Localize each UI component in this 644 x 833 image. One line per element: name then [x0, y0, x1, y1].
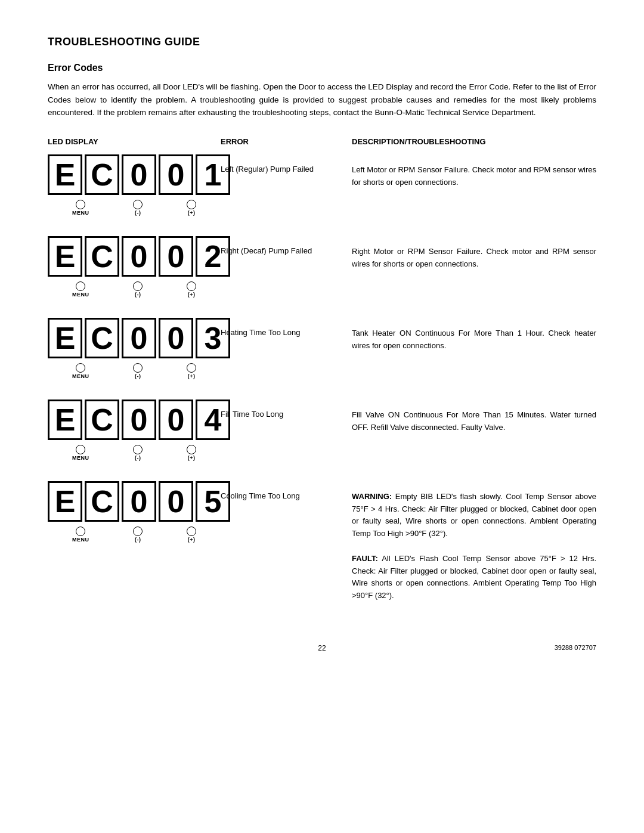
btn-menu-005[interactable]: MENU [72, 527, 89, 543]
led-buttons-003: MENU (-) (+) [48, 363, 221, 379]
btn-minus-005[interactable]: (-) [133, 527, 143, 543]
led-display-005: E C 0 0 5 MENU (-) (+) [48, 481, 221, 543]
fault-text: All LED's Flash Cool Temp Sensor above 7… [352, 554, 596, 600]
led-char-c2: C [85, 236, 119, 277]
error-label-003: Heating Time Too Long [221, 318, 352, 338]
led-display-001: E C 0 0 1 MENU (-) (+) [48, 154, 221, 216]
btn-label-plus-002: (+) [188, 292, 196, 298]
btn-minus-004[interactable]: (-) [133, 445, 143, 461]
led-char-0j: 0 [159, 481, 193, 522]
btn-label-minus-001: (-) [135, 210, 141, 216]
led-buttons-001: MENU (-) (+) [48, 200, 221, 216]
led-char-e3: E [48, 318, 82, 358]
btn-circle-minus-001[interactable] [133, 200, 143, 209]
led-char-0e: 0 [122, 318, 156, 358]
btn-label-minus-005: (-) [135, 537, 141, 543]
desc-005-warning: WARNING: Empty BIB LED's flash slowly. C… [352, 481, 596, 602]
desc-001: Left Motor or RPM Sensor Failure. Check … [352, 154, 596, 189]
col-header-error: ERROR [221, 137, 352, 146]
error-label-001: Left (Regular) Pump Failed [221, 154, 352, 175]
btn-circle-minus-005[interactable] [133, 527, 143, 536]
btn-plus-001[interactable]: (+) [187, 200, 196, 216]
btn-circle-minus-002[interactable] [133, 281, 143, 291]
led-display-004: E C 0 0 4 MENU (-) (+) [48, 400, 221, 461]
led-char-0d: 0 [159, 236, 193, 277]
btn-circle-menu-005[interactable] [76, 527, 85, 536]
btn-menu-002[interactable]: MENU [72, 281, 89, 298]
led-char-e5: E [48, 481, 82, 522]
page-title: TROUBLESHOOTING GUIDE [48, 36, 596, 48]
error-row-002: E C 0 0 2 MENU (-) (+) Right (Decaf) Pum… [48, 236, 596, 304]
desc-002: Right Motor or RPM Sensor Failure. Check… [352, 236, 596, 271]
btn-plus-005[interactable]: (+) [187, 527, 196, 543]
btn-circle-menu-001[interactable] [76, 200, 85, 209]
led-char-e4: E [48, 400, 82, 440]
led-buttons-005: MENU (-) (+) [48, 527, 221, 543]
led-chars-001: E C 0 0 1 [48, 154, 230, 195]
btn-circle-plus-005[interactable] [187, 527, 196, 536]
btn-circle-plus-002[interactable] [187, 281, 196, 291]
btn-plus-004[interactable]: (+) [187, 445, 196, 461]
btn-label-plus-005: (+) [188, 537, 196, 543]
btn-label-plus-001: (+) [188, 210, 196, 216]
led-char-c3: C [85, 318, 119, 358]
btn-plus-003[interactable]: (+) [187, 363, 196, 379]
btn-label-menu-004: MENU [72, 455, 89, 461]
fault-label: FAULT: [352, 554, 378, 563]
col-header-desc: DESCRIPTION/TROUBLESHOOTING [352, 137, 596, 146]
page-number: 22 [318, 644, 326, 652]
error-row-003: E C 0 0 3 MENU (-) (+) Heating Time Too … [48, 318, 596, 385]
led-buttons-002: MENU (-) (+) [48, 281, 221, 298]
btn-label-plus-004: (+) [188, 455, 196, 461]
error-label-002: Right (Decaf) Pump Failed [221, 236, 352, 256]
led-chars-005: E C 0 0 5 [48, 481, 230, 522]
doc-number: 39288 072707 [555, 644, 596, 651]
btn-label-menu-002: MENU [72, 292, 89, 298]
btn-circle-menu-004[interactable] [76, 445, 85, 454]
led-char-c4: C [85, 400, 119, 440]
btn-circle-minus-004[interactable] [133, 445, 143, 454]
btn-label-minus-002: (-) [135, 292, 141, 298]
col-header-led: LED DISPLAY [48, 137, 221, 146]
btn-circle-menu-003[interactable] [76, 363, 85, 373]
led-char-0c: 0 [122, 236, 156, 277]
led-chars-004: E C 0 0 4 [48, 400, 230, 440]
btn-menu-004[interactable]: MENU [72, 445, 89, 461]
btn-menu-003[interactable]: MENU [72, 363, 89, 379]
btn-label-minus-004: (-) [135, 455, 141, 461]
footer: 22 39288 072707 [48, 644, 596, 652]
desc-004: Fill Valve ON Continuous For More Than 1… [352, 400, 596, 434]
error-label-004: Fill Time Too Long [221, 400, 352, 420]
warning-label: WARNING: [352, 492, 392, 501]
led-char-c: C [85, 154, 119, 195]
led-char-0f: 0 [159, 318, 193, 358]
btn-circle-plus-004[interactable] [187, 445, 196, 454]
error-row-001: E C 0 0 1 MENU (-) (+) Left (Regular) Pu… [48, 154, 596, 222]
led-char-0h: 0 [159, 400, 193, 440]
led-chars-002: E C 0 0 2 [48, 236, 230, 277]
btn-label-menu-003: MENU [72, 373, 89, 379]
btn-plus-002[interactable]: (+) [187, 281, 196, 298]
led-char-e2: E [48, 236, 82, 277]
led-display-002: E C 0 0 2 MENU (-) (+) [48, 236, 221, 298]
btn-circle-menu-002[interactable] [76, 281, 85, 291]
btn-label-minus-003: (-) [135, 373, 141, 379]
btn-menu-001[interactable]: MENU [72, 200, 89, 216]
error-row-004: E C 0 0 4 MENU (-) (+) Fill Time Too Lon… [48, 400, 596, 467]
btn-circle-minus-003[interactable] [133, 363, 143, 373]
error-row-005: E C 0 0 5 MENU (-) (+) Cooling Time Too … [48, 481, 596, 608]
error-label-005: Cooling Time Too Long [221, 481, 352, 501]
led-buttons-004: MENU (-) (+) [48, 445, 221, 461]
led-display-003: E C 0 0 3 MENU (-) (+) [48, 318, 221, 379]
led-char-c5: C [85, 481, 119, 522]
btn-label-plus-003: (+) [188, 373, 196, 379]
led-chars-003: E C 0 0 3 [48, 318, 230, 358]
btn-circle-plus-003[interactable] [187, 363, 196, 373]
btn-minus-001[interactable]: (-) [133, 200, 143, 216]
led-char-0g: 0 [122, 400, 156, 440]
btn-minus-002[interactable]: (-) [133, 281, 143, 298]
btn-label-menu-005: MENU [72, 537, 89, 543]
column-headers: LED DISPLAY ERROR DESCRIPTION/TROUBLESHO… [48, 137, 596, 148]
btn-minus-003[interactable]: (-) [133, 363, 143, 379]
btn-circle-plus-001[interactable] [187, 200, 196, 209]
